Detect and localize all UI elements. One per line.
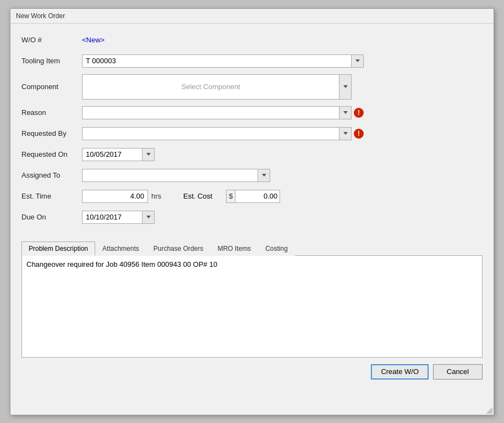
wo-new-badge: <New> — [82, 36, 105, 44]
requested-on-row: Requested On — [21, 147, 483, 162]
due-on-control — [82, 211, 483, 224]
requested-on-label: Requested On — [21, 150, 82, 158]
est-cost-prefix: $ — [227, 190, 235, 202]
est-time-input[interactable] — [82, 190, 148, 203]
reason-chevron-icon — [343, 111, 348, 114]
requested-by-input[interactable] — [82, 127, 339, 140]
tab-costing[interactable]: Costing — [258, 241, 295, 256]
component-control: Select Component — [82, 74, 483, 100]
est-time-label: Est. Time — [21, 192, 82, 200]
due-on-dropdown-wrap — [82, 211, 155, 224]
tab-mro-items[interactable]: MRO Items — [210, 241, 258, 256]
reason-input[interactable] — [82, 106, 339, 119]
requested-on-input[interactable] — [82, 148, 143, 161]
assigned-to-dropdown-btn[interactable] — [258, 169, 270, 182]
requested-on-calendar-btn[interactable] — [143, 148, 155, 161]
requested-on-control — [82, 148, 483, 161]
dialog-title-bar: New Work Order — [10, 9, 494, 24]
form-body: W/O # <New> Tooling Item Component — [10, 24, 494, 236]
due-on-input[interactable] — [82, 211, 143, 224]
wo-label: W/O # — [21, 36, 82, 44]
assigned-to-input[interactable] — [82, 169, 258, 182]
new-work-order-dialog: New Work Order W/O # <New> Tooling Item — [10, 8, 494, 415]
reason-error-icon: ! — [354, 108, 364, 118]
chevron-down-icon — [355, 59, 360, 62]
wo-row: W/O # <New> — [21, 32, 483, 48]
tab-content-area: Changeover required for Job 40956 Item 0… — [21, 256, 483, 358]
assigned-to-label: Assigned To — [21, 171, 82, 179]
reason-dropdown-wrap — [82, 106, 352, 119]
problem-description-textarea[interactable]: Changeover required for Job 40956 Item 0… — [26, 260, 478, 351]
due-on-label: Due On — [21, 213, 82, 221]
est-time-control: hrs Est. Cost $ — [82, 190, 483, 203]
est-time-unit: hrs — [151, 192, 161, 200]
tabs-bar: Problem Description Attachments Purchase… — [21, 241, 483, 256]
tooling-item-dropdown-wrap — [82, 54, 364, 68]
tab-problem-description[interactable]: Problem Description — [21, 241, 95, 256]
est-cost-label: Est. Cost — [183, 192, 222, 200]
component-row: Component Select Component — [21, 74, 483, 100]
component-placeholder: Select Component — [83, 75, 339, 99]
due-on-row: Due On — [21, 210, 483, 225]
requested-by-chevron-icon — [343, 132, 348, 135]
requested-by-row: Requested By ! — [21, 126, 483, 141]
requested-by-error-icon: ! — [354, 129, 364, 139]
assigned-to-row: Assigned To — [21, 168, 483, 183]
est-cost-wrap: $ — [226, 190, 280, 203]
tooling-item-row: Tooling Item — [21, 53, 483, 69]
requested-on-chevron-icon — [146, 153, 151, 156]
tab-purchase-orders[interactable]: Purchase Orders — [146, 241, 211, 256]
reason-dropdown-btn[interactable] — [339, 106, 352, 119]
est-cost-input[interactable] — [235, 190, 280, 202]
tooling-item-input[interactable] — [82, 54, 352, 68]
create-wo-button[interactable]: Create W/O — [371, 364, 429, 380]
footer: Create W/O Cancel — [10, 358, 494, 386]
reason-row: Reason ! — [21, 105, 483, 120]
reason-label: Reason — [21, 108, 82, 117]
assigned-to-chevron-icon — [262, 174, 266, 177]
due-on-calendar-btn[interactable] — [143, 211, 155, 224]
wo-value-area: <New> — [82, 36, 483, 44]
component-selector-wrap[interactable]: Select Component — [82, 74, 352, 100]
dialog-title: New Work Order — [16, 12, 65, 20]
component-label: Component — [21, 83, 82, 91]
requested-by-label: Requested By — [21, 129, 82, 138]
requested-by-control: ! — [82, 127, 483, 140]
requested-by-dropdown-wrap — [82, 127, 352, 140]
requested-on-dropdown-wrap — [82, 148, 155, 161]
tab-attachments[interactable]: Attachments — [95, 241, 146, 256]
assigned-to-dropdown-wrap — [82, 169, 270, 182]
due-on-chevron-icon — [146, 216, 151, 218]
tooling-item-label: Tooling Item — [21, 57, 82, 65]
resize-handle[interactable] — [486, 407, 492, 414]
reason-control: ! — [82, 106, 483, 119]
component-chevron-icon — [343, 85, 348, 88]
requested-by-dropdown-btn[interactable] — [339, 127, 352, 140]
component-side-btn[interactable] — [339, 75, 351, 99]
assigned-to-control — [82, 169, 483, 182]
tooling-item-dropdown-btn[interactable] — [352, 54, 364, 68]
tooling-item-control — [82, 54, 483, 68]
est-row: Est. Time hrs Est. Cost $ — [21, 189, 483, 204]
cancel-button[interactable]: Cancel — [433, 364, 483, 380]
